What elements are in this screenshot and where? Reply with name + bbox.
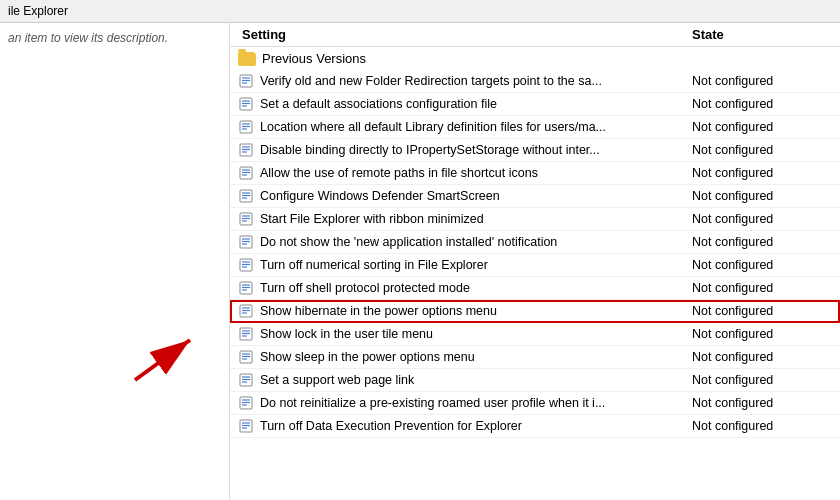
policy-icon: [238, 280, 254, 296]
policy-icon: [238, 96, 254, 112]
left-hint: an item to view its description.: [8, 31, 168, 45]
setting-name: Disable binding directly to IPropertySet…: [260, 143, 692, 157]
table-row[interactable]: Show lock in the user tile menuNot confi…: [230, 323, 840, 346]
table-row[interactable]: Turn off shell protocol protected modeNo…: [230, 277, 840, 300]
setting-state: Not configured: [692, 281, 832, 295]
setting-name: Start File Explorer with ribbon minimize…: [260, 212, 692, 226]
setting-state: Not configured: [692, 212, 832, 226]
setting-state: Not configured: [692, 396, 832, 410]
table-row[interactable]: Verify old and new Folder Redirection ta…: [230, 70, 840, 93]
content-area: an item to view its description. Setting…: [0, 23, 840, 500]
setting-state: Not configured: [692, 189, 832, 203]
table-row[interactable]: Set a default associations configuration…: [230, 93, 840, 116]
col-state-header: State: [692, 27, 832, 42]
setting-state: Not configured: [692, 373, 832, 387]
table-row[interactable]: Allow the use of remote paths in file sh…: [230, 162, 840, 185]
setting-name: Turn off shell protocol protected mode: [260, 281, 692, 295]
table-row[interactable]: Location where all default Library defin…: [230, 116, 840, 139]
table-row[interactable]: Show hibernate in the power options menu…: [230, 300, 840, 323]
title-bar: ile Explorer: [0, 0, 840, 23]
setting-name: Show hibernate in the power options menu: [260, 304, 692, 318]
table-row[interactable]: Disable binding directly to IPropertySet…: [230, 139, 840, 162]
setting-name: Turn off numerical sorting in File Explo…: [260, 258, 692, 272]
setting-state: Not configured: [692, 304, 832, 318]
left-panel: an item to view its description.: [0, 23, 230, 500]
setting-state: Not configured: [692, 235, 832, 249]
policy-icon: [238, 395, 254, 411]
table-row[interactable]: Start File Explorer with ribbon minimize…: [230, 208, 840, 231]
setting-name: Do not reinitialize a pre-existing roame…: [260, 396, 692, 410]
setting-state: Not configured: [692, 120, 832, 134]
main-window: ile Explorer an item to view its descrip…: [0, 0, 840, 500]
table-header: Setting State: [230, 23, 840, 47]
col-setting-header: Setting: [238, 27, 692, 42]
section-header: Previous Versions: [230, 47, 840, 70]
policy-icon: [238, 211, 254, 227]
policy-icon: [238, 73, 254, 89]
table-row[interactable]: Show sleep in the power options menuNot …: [230, 346, 840, 369]
policy-icon: [238, 326, 254, 342]
table-body[interactable]: Previous Versions Verify old and new Fol…: [230, 47, 840, 500]
folder-icon: [238, 52, 256, 66]
section-label: Previous Versions: [262, 51, 366, 66]
table-row[interactable]: Do not reinitialize a pre-existing roame…: [230, 392, 840, 415]
setting-name: Do not show the 'new application install…: [260, 235, 692, 249]
setting-name: Turn off Data Execution Prevention for E…: [260, 419, 692, 433]
table-row[interactable]: Turn off numerical sorting in File Explo…: [230, 254, 840, 277]
policy-icon: [238, 418, 254, 434]
policy-icon: [238, 372, 254, 388]
setting-name: Set a support web page link: [260, 373, 692, 387]
policy-icon: [238, 142, 254, 158]
window-title: ile Explorer: [8, 4, 68, 18]
setting-name: Show sleep in the power options menu: [260, 350, 692, 364]
setting-name: Verify old and new Folder Redirection ta…: [260, 74, 692, 88]
setting-state: Not configured: [692, 350, 832, 364]
policy-icon: [238, 303, 254, 319]
table-row[interactable]: Set a support web page linkNot configure…: [230, 369, 840, 392]
policy-icon: [238, 188, 254, 204]
setting-state: Not configured: [692, 327, 832, 341]
setting-state: Not configured: [692, 143, 832, 157]
table-row[interactable]: Configure Windows Defender SmartScreenNo…: [230, 185, 840, 208]
right-panel: Setting State Previous Versions Verify o…: [230, 23, 840, 500]
setting-state: Not configured: [692, 97, 832, 111]
setting-state: Not configured: [692, 258, 832, 272]
policy-icon: [238, 234, 254, 250]
policy-icon: [238, 119, 254, 135]
policy-icon: [238, 257, 254, 273]
policy-icon: [238, 165, 254, 181]
setting-state: Not configured: [692, 166, 832, 180]
setting-state: Not configured: [692, 74, 832, 88]
setting-name: Show lock in the user tile menu: [260, 327, 692, 341]
table-row[interactable]: Do not show the 'new application install…: [230, 231, 840, 254]
setting-name: Configure Windows Defender SmartScreen: [260, 189, 692, 203]
setting-name: Location where all default Library defin…: [260, 120, 692, 134]
setting-name: Set a default associations configuration…: [260, 97, 692, 111]
table-row[interactable]: Turn off Data Execution Prevention for E…: [230, 415, 840, 438]
setting-name: Allow the use of remote paths in file sh…: [260, 166, 692, 180]
policy-icon: [238, 349, 254, 365]
setting-state: Not configured: [692, 419, 832, 433]
